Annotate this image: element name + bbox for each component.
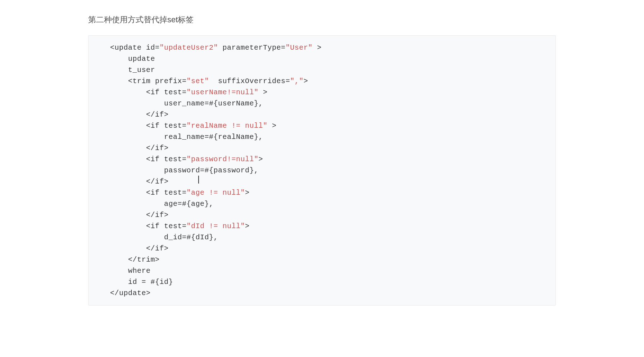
code-line: </if>	[110, 176, 534, 187]
text-cursor-icon	[198, 176, 199, 184]
code-line: </if>	[110, 109, 534, 120]
code-line: <trim prefix="set" suffixOverrides=",">	[110, 76, 534, 87]
document-container: 第二种使用方式替代掉set标签 <update id="updateUser2"…	[59, 14, 585, 306]
code-line: </if>	[110, 243, 534, 254]
code-line: </if>	[110, 209, 534, 221]
code-line: </update>	[110, 288, 534, 299]
code-line: id = #{id}	[110, 276, 534, 288]
code-line: <if test="userName!=null" >	[110, 87, 534, 98]
code-line: age=#{age},	[110, 198, 534, 209]
code-line: user_name=#{userName},	[110, 98, 534, 109]
code-line: <if test="realName != null" >	[110, 120, 534, 131]
code-line: t_user	[110, 64, 534, 76]
code-line: <if test="password!=null">	[110, 154, 534, 165]
code-line: <if test="age != null">	[110, 187, 534, 198]
code-line: update	[110, 53, 534, 64]
code-line: real_name=#{realName},	[110, 131, 534, 143]
code-line: where	[110, 265, 534, 276]
code-line: <update id="updateUser2" parameterType="…	[110, 42, 534, 53]
code-block: <update id="updateUser2" parameterType="…	[88, 35, 556, 306]
code-line: d_id=#{dId},	[110, 232, 534, 243]
code-line: password=#{password},	[110, 165, 534, 176]
code-line: <if test="dId != null">	[110, 221, 534, 232]
code-line: </if>	[110, 143, 534, 154]
code-line: </trim>	[110, 254, 534, 265]
section-heading: 第二种使用方式替代掉set标签	[88, 14, 556, 25]
